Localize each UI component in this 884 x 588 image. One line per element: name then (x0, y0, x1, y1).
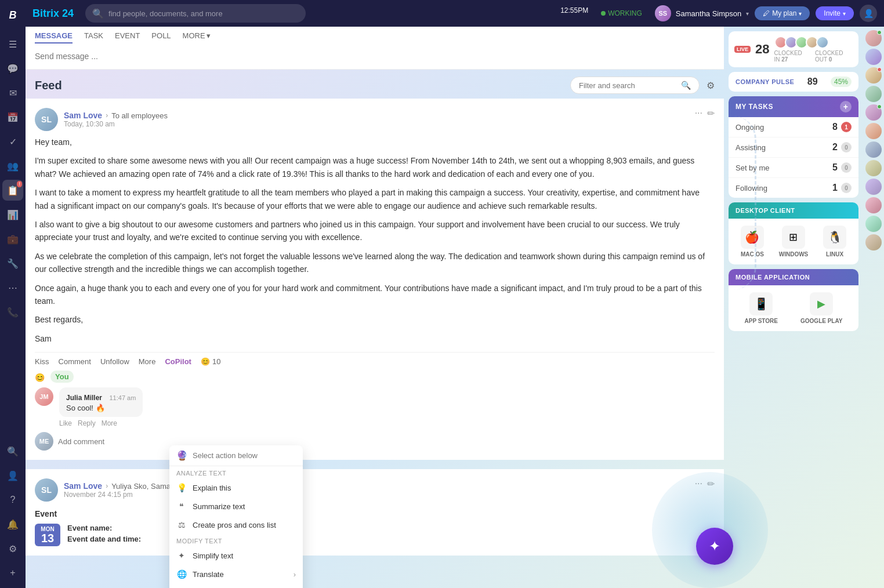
simplify-text-item[interactable]: ✦ Simplify text (169, 546, 303, 565)
search-input[interactable] (108, 9, 299, 18)
nav-add-icon[interactable]: + (2, 562, 23, 583)
event-author-name[interactable]: Sam Love (64, 481, 102, 491)
online-user-avatar[interactable] (865, 67, 882, 84)
tab-more[interactable]: MORE ▾ (183, 31, 211, 43)
copilot-search-input[interactable] (193, 451, 296, 460)
tab-event[interactable]: EVENT (115, 31, 140, 43)
my-plan-button[interactable]: 🖊 My plan ▾ (755, 6, 810, 20)
pulse-label: COMPANY PULSE (736, 78, 794, 85)
translate-item[interactable]: 🌐 Translate › (169, 565, 303, 583)
tab-poll[interactable]: POLL (151, 31, 171, 43)
event-label: Event (35, 506, 715, 524)
ai-assistant-fab[interactable]: ✦ (696, 528, 733, 565)
nav-tasks-icon[interactable]: ✓ (2, 131, 23, 152)
comment-button[interactable]: Comment (59, 357, 91, 366)
summarize-icon: ❝ (176, 502, 187, 511)
online-user-avatar[interactable] (865, 216, 882, 232)
invite-button[interactable]: Invite ▾ (816, 6, 854, 20)
nav-feed-icon[interactable]: 📋 ! (2, 180, 23, 201)
plan-icon: 🖊 (763, 9, 770, 17)
explain-this-item[interactable]: 💡 Explain this (169, 478, 303, 497)
nav-phone-icon[interactable]: 📞 (2, 302, 23, 322)
feed-search-bar[interactable]: 🔍 (570, 77, 700, 94)
event-date-box: MON 13 (35, 524, 60, 546)
like-action[interactable]: Like (59, 419, 72, 427)
you-reaction-icon: 😊 (35, 373, 45, 383)
online-user-avatar[interactable] (865, 234, 882, 251)
summarize-text-item[interactable]: ❝ Summarize text (169, 497, 303, 516)
commenter-name[interactable]: Julia Miller (66, 394, 102, 402)
compose-message-input[interactable] (35, 48, 715, 64)
more-options-icon[interactable]: ··· (695, 478, 702, 489)
task-row-setbyme[interactable]: Set by me 5 0 (729, 158, 858, 178)
linux-button[interactable]: 🐧 LINUX (823, 226, 846, 257)
nav-crm-icon[interactable]: 📊 (2, 204, 23, 225)
post-options[interactable]: ··· ✏ (695, 108, 715, 119)
copilot-search-icon: 🔮 (176, 450, 188, 461)
right-sidebar: LIVE 28 CLOCKED IN 27 CLOCKED OUT 0 (724, 27, 863, 588)
post-author-name[interactable]: Sam Love (64, 111, 102, 120)
add-comment-input[interactable] (58, 437, 715, 446)
online-user-avatar[interactable] (865, 179, 882, 195)
task-count-setbyme: 5 0 (832, 162, 852, 173)
more-button[interactable]: More (139, 357, 156, 366)
task-row-following[interactable]: Following 1 0 (729, 178, 858, 198)
clocked-out-label: CLOCKED OUT 0 (815, 50, 853, 63)
nav-drive-icon[interactable]: 💼 (2, 228, 23, 249)
you-label: You (50, 371, 74, 383)
nav-menu-icon[interactable]: ☰ (2, 34, 23, 55)
edit-icon[interactable]: ✏ (707, 478, 715, 489)
kiss-button[interactable]: Kiss (35, 357, 49, 366)
task-row-ongoing[interactable]: Ongoing 8 1 (729, 117, 858, 137)
task-row-assisting[interactable]: Assisting 2 0 (729, 137, 858, 158)
more-options-icon[interactable]: ··· (695, 108, 702, 119)
post-header: SL Sam Love › To all employees Today, 10… (35, 108, 715, 131)
nav-contacts-icon[interactable]: 👥 (2, 155, 23, 176)
tab-task[interactable]: TASK (84, 31, 103, 43)
edit-icon[interactable]: ✏ (707, 108, 715, 119)
post-to: To all employees (111, 111, 168, 120)
nav-sites-icon[interactable]: 🔧 (2, 253, 23, 274)
comments-section: 😊 You JM Julia Miller 11:47 am So cool! … (35, 371, 715, 451)
online-user-avatar[interactable] (865, 86, 882, 102)
nav-calendar-icon[interactable]: 📅 (2, 107, 23, 128)
app-store-button[interactable]: 📱 APP STORE (745, 292, 778, 324)
nav-more-icon[interactable]: ⋯ (2, 277, 23, 298)
notifications-button[interactable]: 👤 (860, 5, 877, 22)
nav-activity-icon[interactable]: 💬 (2, 58, 23, 79)
add-task-button[interactable]: + (840, 101, 852, 112)
online-user-avatar[interactable] (865, 141, 882, 158)
tab-message[interactable]: MESSAGE (35, 31, 73, 43)
nav-alert-icon[interactable]: 🔔 (2, 514, 23, 535)
mac-os-button[interactable]: 🍎 MAC OS (741, 226, 764, 257)
online-user-avatar[interactable] (865, 160, 882, 176)
app-store-label: APP STORE (745, 318, 778, 324)
online-user-avatar[interactable] (865, 104, 882, 121)
top-header: Bitrix 24 🔍 12:55PM WORKING SS Samantha … (26, 0, 884, 27)
more-action[interactable]: More (102, 419, 117, 427)
nav-search-icon[interactable]: 🔍 (2, 441, 23, 462)
user-profile[interactable]: SS Samantha Simpson ▾ (655, 5, 749, 21)
reply-action[interactable]: Reply (78, 419, 96, 427)
desktop-client-widget: DESKTOP CLIENT 🍎 MAC OS ⊞ WINDOWS 🐧 LI (729, 202, 858, 264)
nav-user-icon[interactable]: 👤 (2, 465, 23, 486)
nav-settings-icon[interactable]: ⚙ (2, 538, 23, 559)
online-user-avatar[interactable] (865, 197, 882, 213)
feed-search-input[interactable] (579, 81, 676, 90)
unfollow-button[interactable]: Unfollow (100, 357, 129, 366)
event-post-options[interactable]: ··· ✏ (695, 478, 715, 489)
global-search-bar[interactable]: 🔍 (85, 4, 306, 23)
online-user-avatar[interactable] (865, 30, 882, 46)
windows-button[interactable]: ⊞ WINDOWS (779, 226, 809, 257)
google-play-button[interactable]: ▶ GOOGLE PLAY (800, 292, 842, 324)
status-indicator (877, 104, 882, 109)
pros-cons-item[interactable]: ⚖ Create pros and cons list (169, 516, 303, 534)
nav-home-icon[interactable]: B (2, 5, 23, 26)
online-user-avatar[interactable] (865, 123, 882, 139)
feed-settings-icon[interactable]: ⚙ (707, 80, 715, 91)
nav-chat-icon[interactable]: ✉ (2, 82, 23, 103)
copilot-button[interactable]: CoPilot (165, 357, 191, 366)
nav-help-icon[interactable]: ? (2, 489, 23, 510)
task-badge-following: 0 (841, 183, 852, 193)
online-user-avatar[interactable] (865, 49, 882, 65)
